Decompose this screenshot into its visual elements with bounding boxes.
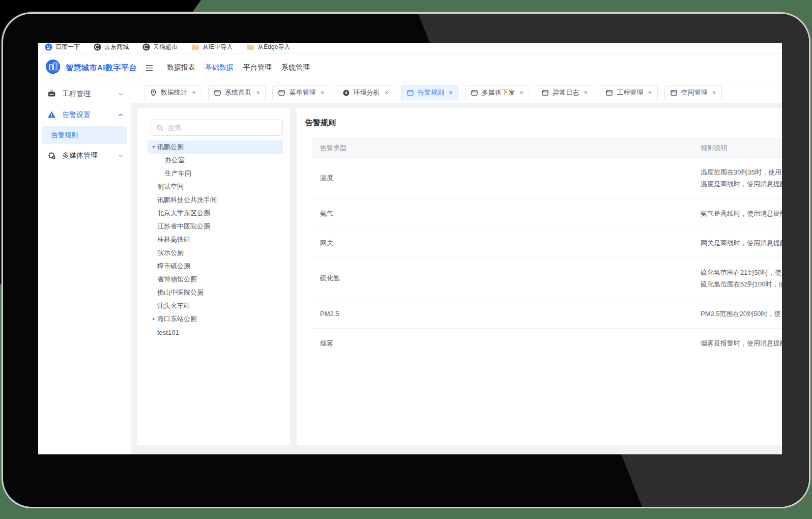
rule-cell: 烟雾是报警时，使用消息提醒 xyxy=(701,337,782,349)
window-icon xyxy=(605,89,613,97)
close-icon[interactable]: × xyxy=(648,89,652,96)
close-icon[interactable]: × xyxy=(584,89,588,96)
bookmark-item[interactable]: 百度一下 xyxy=(45,43,80,52)
chevron-up-icon xyxy=(118,112,124,118)
tree-node-佛山中医院公厕[interactable]: 佛山中医院公厕 xyxy=(148,286,283,299)
search-icon xyxy=(156,124,163,131)
rule-description: 温度是离线时，使用消息提醒 xyxy=(701,178,782,190)
tab-label: 工程管理 xyxy=(617,88,643,97)
close-icon[interactable]: × xyxy=(320,89,324,96)
rule-description: 烟雾是报警时，使用消息提醒 xyxy=(701,337,782,349)
toolbox-icon xyxy=(47,90,56,98)
rule-description: 硫化氢范围在52到100时，使 xyxy=(701,278,782,290)
nav-item-数据报表[interactable]: 数据报表 xyxy=(167,63,195,72)
search-input[interactable] xyxy=(167,124,277,132)
rule-description: 温度范围在30到35时，使用 xyxy=(701,166,782,178)
tree-node-label: 北京大学东区公厕 xyxy=(157,209,210,218)
tab-label: 菜单管理 xyxy=(289,88,315,97)
caret-right-icon[interactable] xyxy=(150,316,157,322)
tab-label: 数据统计 xyxy=(161,88,187,97)
tree-node-label: 办公室 xyxy=(165,156,185,165)
tab-数据统计[interactable]: 数据统计× xyxy=(144,85,201,100)
tab-异常日志[interactable]: 异常日志× xyxy=(536,85,593,100)
window-icon xyxy=(670,89,678,97)
tab-系统首页[interactable]: 系统首页× xyxy=(208,85,266,100)
alarm-type-cell: 网关 xyxy=(312,239,701,248)
close-icon[interactable]: × xyxy=(712,89,716,96)
window-icon xyxy=(278,89,285,97)
column-header-rule-desc: 规则说明 xyxy=(701,143,782,153)
sidebar-item-工程管理[interactable]: 工程管理 xyxy=(38,83,131,104)
table-row: 温度温度范围在30到35时，使用温度是离线时，使用消息提醒 xyxy=(312,158,782,199)
tree-node-北京大学东区公厕[interactable]: 北京大学东区公厕 xyxy=(148,207,283,220)
close-icon[interactable]: × xyxy=(449,89,453,96)
tab-环境分析[interactable]: 环境分析× xyxy=(337,85,394,100)
tree-node-讯鹏公厕[interactable]: 讯鹏公厕 xyxy=(148,140,283,154)
rule-cell: 温度范围在30到35时，使用温度是离线时，使用消息提醒 xyxy=(701,166,782,190)
table-body: 温度温度范围在30到35时，使用温度是离线时，使用消息提醒氨气氨气是离线时，使用… xyxy=(312,158,782,358)
rule-description: PM2.5范围在20到50时，使 xyxy=(701,308,782,320)
bookmark-item[interactable]: 从Edge导入 xyxy=(246,43,290,52)
close-icon[interactable]: × xyxy=(385,89,389,96)
nav-item-平台管理[interactable]: 平台管理 xyxy=(243,63,272,72)
tab-label: 多媒体下发 xyxy=(482,88,515,97)
space-tree: 讯鹏公厕办公室生产车间测试空间讯鹏科技公共洗手间北京大学东区公厕江苏省中医院公厕… xyxy=(148,140,283,339)
caret-down-icon[interactable] xyxy=(150,145,157,150)
sidebar-item-label: 告警设置 xyxy=(62,110,118,120)
tree-node-label: 省博物馆公厕 xyxy=(157,275,197,284)
app-logo-icon xyxy=(45,59,61,76)
pin-icon xyxy=(150,89,157,97)
sidebar-item-多媒体管理[interactable]: 多媒体管理 xyxy=(38,145,131,166)
tree-node-汕头火车站[interactable]: 汕头火车站 xyxy=(148,299,283,312)
tree-node-桂林高铁站[interactable]: 桂林高铁站 xyxy=(148,233,283,246)
bookmark-label: 天猫超市 xyxy=(153,43,178,51)
close-icon[interactable]: × xyxy=(519,89,524,96)
table-row: 氨气氨气是离线时，使用消息提醒 xyxy=(312,199,782,228)
tab-工程管理[interactable]: 工程管理× xyxy=(600,85,657,100)
tab-菜单管理[interactable]: 菜单管理× xyxy=(272,85,330,100)
sidebar-item-告警设置[interactable]: 告警设置 xyxy=(38,104,131,125)
alarm-rules-panel: 告警规则 告警类型 规则说明 温度温度范围在30到35时，使用温度是离线时，使用… xyxy=(297,108,782,445)
rule-cell: 硫化氢范围在21到50时，使硫化氢范围在52到100时，使 xyxy=(701,267,782,290)
tree-node-江苏省中医院公厕[interactable]: 江苏省中医院公厕 xyxy=(148,220,283,233)
tree-node-label: 演示公厕 xyxy=(157,248,184,257)
tab-空间管理[interactable]: 空间管理× xyxy=(664,85,722,100)
bookmark-label: 百度一下 xyxy=(55,43,80,51)
content-area: 数据统计×系统首页×菜单管理×环境分析×告警规则×多媒体下发×异常日志×工程管理… xyxy=(131,82,782,454)
tab-告警规则[interactable]: 告警规则× xyxy=(401,85,458,100)
tab-多媒体下发[interactable]: 多媒体下发× xyxy=(465,85,529,100)
tree-node-label: 海口东站公厕 xyxy=(157,314,197,324)
column-header-alarm-type: 告警类型 xyxy=(312,143,701,153)
tree-node-办公室[interactable]: 办公室 xyxy=(148,154,283,167)
menu-fold-icon[interactable] xyxy=(145,64,154,72)
chevron-down-icon xyxy=(118,91,124,97)
tree-node-label: 樟市镇公厕 xyxy=(157,262,190,271)
nav-item-基础数据[interactable]: 基础数据 xyxy=(205,63,234,72)
sidebar-item-label: 多媒体管理 xyxy=(62,151,118,160)
globe-icon xyxy=(342,89,350,97)
bookmark-item[interactable]: 京东商城 xyxy=(94,43,129,52)
close-icon[interactable]: × xyxy=(192,89,196,96)
tree-node-test101[interactable]: test101 xyxy=(148,326,283,339)
alarm-type-cell: 温度 xyxy=(312,174,701,183)
folder-icon xyxy=(191,44,199,50)
tree-node-生产车间[interactable]: 生产车间 xyxy=(148,167,283,180)
tree-node-测试空间[interactable]: 测试空间 xyxy=(148,180,283,193)
alarm-type-cell: 硫化氢 xyxy=(312,274,701,283)
close-icon[interactable]: × xyxy=(256,89,260,96)
tree-node-演示公厕[interactable]: 演示公厕 xyxy=(148,246,283,260)
tree-node-樟市镇公厕[interactable]: 樟市镇公厕 xyxy=(148,260,283,273)
bookmark-label: 从IE中导入 xyxy=(202,43,233,51)
sidebar-item-label: 工程管理 xyxy=(62,90,118,99)
tree-node-省博物馆公厕[interactable]: 省博物馆公厕 xyxy=(148,273,283,286)
panels: 讯鹏公厕办公室生产车间测试空间讯鹏科技公共洗手间北京大学东区公厕江苏省中医院公厕… xyxy=(131,103,782,454)
alarm-rules-table: 告警类型 规则说明 温度温度范围在30到35时，使用温度是离线时，使用消息提醒氨… xyxy=(312,138,782,358)
tree-node-讯鹏科技公共洗手间[interactable]: 讯鹏科技公共洗手间 xyxy=(148,193,283,207)
tree-node-label: 佛山中医院公厕 xyxy=(157,288,204,297)
bookmark-item[interactable]: 从IE中导入 xyxy=(191,43,233,52)
tree-node-label: 江苏省中医院公厕 xyxy=(157,222,210,231)
nav-item-系统管理[interactable]: 系统管理 xyxy=(281,63,310,72)
bookmark-item[interactable]: 天猫超市 xyxy=(142,43,178,52)
tree-node-海口东站公厕[interactable]: 海口东站公厕 xyxy=(148,312,283,326)
sidebar-subitem-告警规则[interactable]: 告警规则 xyxy=(42,126,127,144)
